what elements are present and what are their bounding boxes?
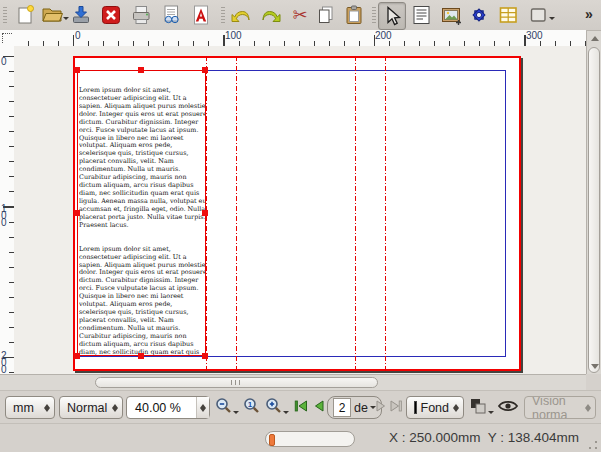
page-number-field[interactable]: 2 <box>333 398 351 417</box>
undo-button[interactable] <box>229 3 253 27</box>
status-bar: X : 250.000mm Y : 138.404mm <box>0 423 601 452</box>
preview-mode-button[interactable] <box>496 396 520 419</box>
table-icon <box>497 4 519 26</box>
spinner-arrows-icon <box>581 401 591 415</box>
copy-button[interactable] <box>314 3 338 27</box>
frame-handle-bottom-left[interactable] <box>74 353 80 359</box>
document-canvas[interactable]: Lorem ipsum dolor sit amet, consectetuer… <box>14 46 586 374</box>
insert-text-frame-button[interactable] <box>409 3 433 27</box>
horizontal-scrollbar-thumb[interactable] <box>95 377 378 388</box>
selected-text-frame[interactable]: Lorem ipsum dolor sit amet, consectetuer… <box>77 70 206 356</box>
open-document-button[interactable] <box>39 3 71 27</box>
image-frame-icon <box>440 4 462 26</box>
column-guide[interactable] <box>236 56 237 371</box>
previous-page-button[interactable] <box>311 396 327 419</box>
first-page-icon <box>293 398 309 418</box>
view-toolbar: mm Normal 40.00 % 1 2 de <box>0 390 601 424</box>
toolbar-grip[interactable] <box>221 7 225 23</box>
vision-defect-selector: Vision norma <box>524 396 596 419</box>
lorem-paragraph-2: Lorem ipsum dolor sit amet, consectetuer… <box>79 246 205 355</box>
zoom-out-dropdown-arrow-icon[interactable] <box>233 411 239 417</box>
toolbar-overflow-chevron[interactable]: » <box>585 6 593 22</box>
spinner-arrows-icon[interactable] <box>108 401 118 415</box>
column-guide[interactable] <box>385 56 386 371</box>
new-document-icon <box>14 4 36 26</box>
v-ruler-label-100: 100 <box>1 205 9 226</box>
preflight-glasses-icon <box>160 4 182 26</box>
vision-value: Vision norma <box>532 396 581 419</box>
layer-indicator-button[interactable] <box>468 396 494 419</box>
insert-render-frame-button[interactable] <box>467 3 491 27</box>
scrollbar-grip-icon <box>231 380 242 385</box>
shape-dropdown-arrow-icon[interactable] <box>549 17 555 23</box>
ruler-origin-icon <box>2 33 12 43</box>
horizontal-ruler[interactable]: 0 100 200 300 <box>14 30 586 47</box>
frame-handle-top-left[interactable] <box>74 67 80 73</box>
frame-handle-middle-left[interactable] <box>74 210 80 216</box>
frame-handle-top-center[interactable] <box>138 67 144 73</box>
first-page-button[interactable] <box>292 396 310 419</box>
spinner-arrows-icon[interactable] <box>40 401 50 415</box>
window-resize-grip[interactable] <box>587 439 599 451</box>
frame-handle-top-right[interactable] <box>202 67 208 73</box>
save-document-button[interactable] <box>69 3 93 27</box>
quality-value: Normal <box>67 401 107 415</box>
cut-button[interactable]: ✂ <box>288 3 312 27</box>
h-ruler-label-0: 0 <box>75 30 81 41</box>
zoom-in-button[interactable] <box>264 396 290 419</box>
close-document-button[interactable] <box>99 3 123 27</box>
copy-icon <box>315 4 337 26</box>
print-button[interactable] <box>129 3 153 27</box>
svg-text:1: 1 <box>248 399 253 408</box>
new-document-button[interactable] <box>13 3 37 27</box>
progress-bar <box>265 431 355 447</box>
zoom-100-button[interactable]: 1 <box>242 396 262 419</box>
redo-button[interactable] <box>259 3 283 27</box>
layer-value: Fond <box>421 401 450 415</box>
frame-handle-middle-right[interactable] <box>202 210 208 216</box>
zoom-in-dropdown-arrow-icon[interactable] <box>283 411 289 417</box>
eye-icon <box>497 398 519 418</box>
down-arrow-icon <box>591 364 599 373</box>
spinner-arrows-icon[interactable] <box>196 397 209 418</box>
ruler-origin-box[interactable] <box>0 30 15 47</box>
insert-table-button[interactable] <box>496 3 520 27</box>
undo-icon <box>230 4 252 26</box>
next-page-button <box>374 396 388 419</box>
vertical-ruler[interactable]: 0 100 200 <box>0 46 15 374</box>
open-folder-icon <box>41 4 63 26</box>
zoom-out-button[interactable] <box>214 396 240 419</box>
layer-dropdown-arrow-icon[interactable] <box>488 411 494 417</box>
horizontal-scrollbar[interactable] <box>0 374 586 391</box>
h-ruler-label-200: 200 <box>375 30 392 41</box>
insert-shape-button[interactable] <box>524 3 558 27</box>
layer-selector[interactable]: Fond <box>406 396 464 419</box>
redo-icon <box>260 4 282 26</box>
vertical-scrollbar-thumb[interactable] <box>588 47 600 373</box>
insert-image-frame-button[interactable] <box>439 3 463 27</box>
v-ruler-label-0: 0 <box>1 58 9 65</box>
unit-value: mm <box>13 401 34 415</box>
paste-button[interactable] <box>342 3 366 27</box>
zoom-in-icon <box>265 397 283 419</box>
frame-handle-bottom-right[interactable] <box>202 353 208 359</box>
scroll-up-button[interactable] <box>588 32 601 45</box>
preflight-verifier-button[interactable] <box>159 3 183 27</box>
vertical-scrollbar[interactable] <box>586 31 601 374</box>
scroll-down-button[interactable] <box>588 360 601 373</box>
scribus-window: ✂ » 0 10 <box>0 0 601 452</box>
image-quality-selector[interactable]: Normal <box>59 396 123 419</box>
zoom-level-spinbox[interactable]: 40.00 % <box>126 396 210 419</box>
export-pdf-button[interactable] <box>189 3 213 27</box>
toolbar-grip[interactable] <box>3 7 7 23</box>
column-guide[interactable] <box>355 56 356 371</box>
save-icon <box>70 4 92 26</box>
select-item-button[interactable] <box>378 2 406 30</box>
spinner-arrows-icon[interactable] <box>449 401 459 415</box>
cursor-coordinates: X : 250.000mm Y : 138.404mm <box>389 430 579 445</box>
toolbar-grip[interactable] <box>372 7 376 23</box>
unit-selector[interactable]: mm <box>5 396 55 419</box>
frame-handle-bottom-center[interactable] <box>138 353 144 359</box>
main-toolbar: ✂ » <box>0 0 601 31</box>
cursor-arrow-icon <box>381 5 403 27</box>
